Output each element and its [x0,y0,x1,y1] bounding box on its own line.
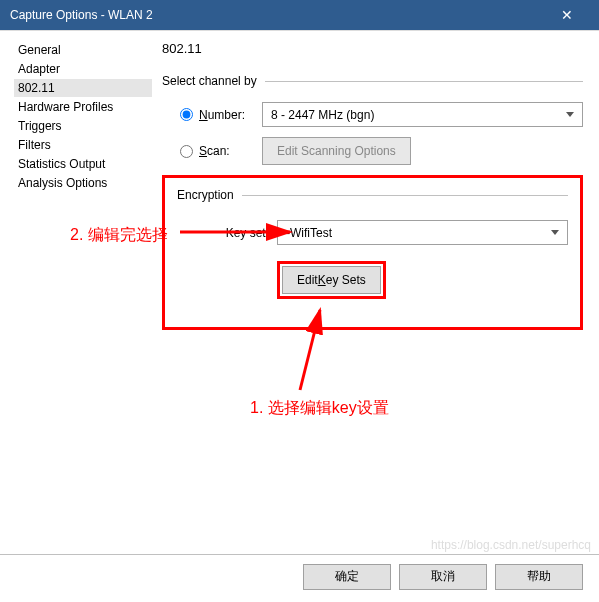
key-set-label: Key set: [195,226,277,240]
edit-key-sets-row: Edit Key Sets [277,261,568,299]
close-button[interactable]: ✕ [545,0,589,30]
page-title: 802.11 [162,41,583,56]
key-set-select[interactable]: -WifiTest [277,220,568,245]
select-channel-label: Select channel by [162,74,257,88]
edit-key-sets-button[interactable]: Edit Key Sets [282,266,381,294]
encryption-label: Encryption [177,188,234,202]
sidebar-item-80211[interactable]: 802.11 [14,79,152,97]
content-area: General Adapter 802.11 Hardware Profiles… [0,30,599,554]
channel-value: 8 - 2447 MHz (bgn) [271,108,374,122]
encryption-group-highlight: Encryption Key set: -WifiTest Edit Key S… [162,175,583,330]
sidebar-item-hardware-profiles[interactable]: Hardware Profiles [14,98,152,116]
sidebar-item-general[interactable]: General [14,41,152,59]
channel-select[interactable]: 8 - 2447 MHz (bgn) [262,102,583,127]
edit-scanning-button: Edit Scanning Options [262,137,411,165]
divider [242,195,568,196]
help-button[interactable]: 帮助 [495,564,583,590]
select-channel-group: Select channel by [162,74,583,88]
annotation-step2: 2. 编辑完选择 [70,225,168,246]
number-row: Number: 8 - 2447 MHz (bgn) [180,102,583,127]
number-radio-label[interactable]: Number: [180,108,262,122]
edit-key-sets-highlight: Edit Key Sets [277,261,386,299]
sidebar-item-analysis-options[interactable]: Analysis Options [14,174,152,192]
sidebar: General Adapter 802.11 Hardware Profiles… [0,31,152,554]
ok-button[interactable]: 确定 [303,564,391,590]
scan-row: Scan: Edit Scanning Options [180,137,583,165]
divider [265,81,583,82]
sidebar-item-filters[interactable]: Filters [14,136,152,154]
main-panel: 802.11 Select channel by Number: 8 - 244… [152,31,599,554]
key-set-row: Key set: -WifiTest [195,220,568,245]
sidebar-item-statistics-output[interactable]: Statistics Output [14,155,152,173]
titlebar: Capture Options - WLAN 2 ✕ [0,0,599,30]
sidebar-item-triggers[interactable]: Triggers [14,117,152,135]
scan-text: Scan: [199,144,230,158]
scan-radio[interactable] [180,145,193,158]
footer: 确定 取消 帮助 [0,554,599,598]
sidebar-item-adapter[interactable]: Adapter [14,60,152,78]
scan-radio-label[interactable]: Scan: [180,144,262,158]
window-title: Capture Options - WLAN 2 [10,8,545,22]
cancel-button[interactable]: 取消 [399,564,487,590]
number-text: Number: [199,108,245,122]
key-set-value: -WifiTest [286,226,332,240]
number-radio[interactable] [180,108,193,121]
encryption-group: Encryption [177,188,568,202]
watermark: https://blog.csdn.net/superhcq [431,538,591,552]
annotation-step1: 1. 选择编辑key设置 [250,398,389,419]
